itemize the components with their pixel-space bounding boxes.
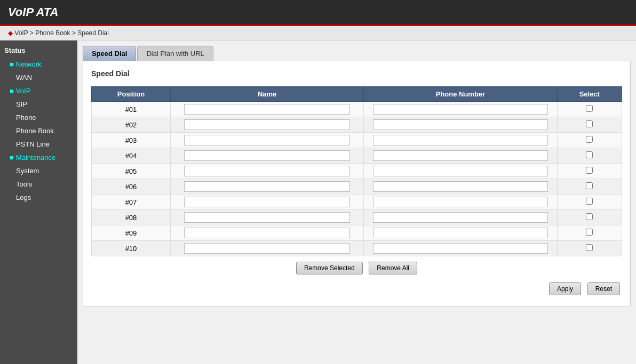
- cell-name: [170, 241, 363, 256]
- cell-name: [170, 117, 363, 133]
- cell-phone: [364, 210, 557, 225]
- phone-input-5[interactable]: [373, 166, 548, 176]
- cell-name: [170, 102, 363, 117]
- phone-input-4[interactable]: [373, 150, 548, 161]
- app-title: VoIP ATA: [8, 5, 628, 19]
- sidebar-item-system[interactable]: System: [0, 164, 77, 177]
- table-row: #03: [92, 133, 622, 148]
- sidebar-item-phone[interactable]: Phone: [0, 111, 77, 124]
- phone-input-7[interactable]: [373, 197, 548, 207]
- sidebar-network-label: Network: [16, 60, 42, 68]
- phone-input-1[interactable]: [373, 104, 548, 115]
- action-buttons-row: Apply Reset: [91, 277, 622, 298]
- cell-select: [557, 102, 622, 117]
- cell-position: #09: [92, 225, 171, 241]
- phone-input-8[interactable]: [373, 212, 548, 223]
- expand-icon-voip: ■: [10, 87, 14, 95]
- name-input-6[interactable]: [184, 181, 350, 192]
- cell-phone: [364, 133, 557, 148]
- sidebar-item-sip[interactable]: SIP: [0, 98, 77, 111]
- reset-button[interactable]: Reset: [587, 282, 620, 295]
- sidebar-phone-label: Phone: [16, 114, 36, 122]
- select-checkbox-2[interactable]: [586, 120, 593, 127]
- select-checkbox-9[interactable]: [586, 229, 593, 236]
- main-content: Speed Dial Dial Plan with URL Speed Dial…: [77, 41, 636, 364]
- phone-input-2[interactable]: [373, 119, 548, 130]
- sidebar-item-wan[interactable]: WAN: [0, 71, 77, 84]
- cell-position: #03: [92, 133, 171, 148]
- name-input-4[interactable]: [184, 150, 350, 161]
- select-checkbox-4[interactable]: [586, 151, 593, 158]
- cell-name: [170, 179, 363, 195]
- phone-input-3[interactable]: [373, 135, 548, 145]
- sidebar-item-logs[interactable]: Logs: [0, 191, 77, 204]
- cell-select: [557, 241, 622, 256]
- cell-position: #10: [92, 241, 171, 256]
- sidebar-item-voip[interactable]: ■ VoIP: [0, 84, 77, 98]
- sidebar-item-network[interactable]: ■ Network: [0, 58, 77, 71]
- cell-phone: [364, 195, 557, 210]
- phone-input-9[interactable]: [373, 228, 548, 238]
- table-row: #10: [92, 241, 622, 256]
- cell-name: [170, 210, 363, 225]
- select-checkbox-10[interactable]: [586, 244, 593, 251]
- sidebar-maintenance-label: Maintenance: [16, 153, 55, 161]
- select-checkbox-6[interactable]: [586, 182, 593, 189]
- select-checkbox-1[interactable]: [586, 105, 593, 112]
- table-row: #06: [92, 179, 622, 195]
- sidebar-section-status[interactable]: Status: [0, 43, 77, 58]
- col-name: Name: [170, 87, 363, 102]
- apply-button[interactable]: Apply: [549, 282, 581, 295]
- col-phone-number: Phone Number: [364, 87, 557, 102]
- cell-position: #08: [92, 210, 171, 225]
- table-row: #01: [92, 102, 622, 117]
- cell-name: [170, 164, 363, 179]
- cell-select: [557, 117, 622, 133]
- phone-input-10[interactable]: [373, 243, 548, 254]
- name-input-1[interactable]: [184, 104, 350, 115]
- cell-name: [170, 148, 363, 164]
- name-input-5[interactable]: [184, 166, 350, 176]
- cell-name: [170, 133, 363, 148]
- sidebar-item-tools[interactable]: Tools: [0, 177, 77, 191]
- name-input-8[interactable]: [184, 212, 350, 223]
- cell-phone: [364, 148, 557, 164]
- sidebar-item-phonebook[interactable]: Phone Book: [0, 124, 77, 137]
- tab-speed-dial[interactable]: Speed Dial: [83, 46, 136, 61]
- cell-position: #07: [92, 195, 171, 210]
- table-row: #08: [92, 210, 622, 225]
- name-input-10[interactable]: [184, 243, 350, 254]
- sidebar-sip-label: SIP: [16, 100, 27, 108]
- name-input-9[interactable]: [184, 228, 350, 238]
- cell-name: [170, 195, 363, 210]
- table-row: #05: [92, 164, 622, 179]
- cell-select: [557, 148, 622, 164]
- speed-dial-table: Position Name Phone Number Select #01#02…: [91, 86, 622, 256]
- select-checkbox-5[interactable]: [586, 167, 593, 174]
- sidebar-item-maintenance[interactable]: ■ Maintenance: [0, 151, 77, 164]
- table-row: #09: [92, 225, 622, 241]
- sidebar-voip-label: VoIP: [16, 87, 30, 95]
- cell-name: [170, 225, 363, 241]
- name-input-7[interactable]: [184, 197, 350, 207]
- sidebar-item-pstnline[interactable]: PSTN Line: [0, 137, 77, 151]
- phone-input-6[interactable]: [373, 181, 548, 192]
- sidebar-logs-label: Logs: [16, 193, 31, 201]
- card-title: Speed Dial: [91, 69, 622, 80]
- name-input-2[interactable]: [184, 119, 350, 130]
- cell-select: [557, 164, 622, 179]
- table-row: #07: [92, 195, 622, 210]
- remove-selected-button[interactable]: Remove Selected: [296, 262, 363, 274]
- select-checkbox-8[interactable]: [586, 213, 593, 220]
- remove-all-button[interactable]: Remove All: [369, 262, 417, 274]
- table-row: #04: [92, 148, 622, 164]
- tab-dial-plan-url[interactable]: Dial Plan with URL: [137, 46, 213, 61]
- name-input-3[interactable]: [184, 135, 350, 145]
- cell-select: [557, 210, 622, 225]
- cell-position: #05: [92, 164, 171, 179]
- select-checkbox-3[interactable]: [586, 136, 593, 143]
- select-checkbox-7[interactable]: [586, 198, 593, 205]
- cell-select: [557, 133, 622, 148]
- col-select: Select: [557, 87, 622, 102]
- sidebar-system-label: System: [16, 167, 39, 175]
